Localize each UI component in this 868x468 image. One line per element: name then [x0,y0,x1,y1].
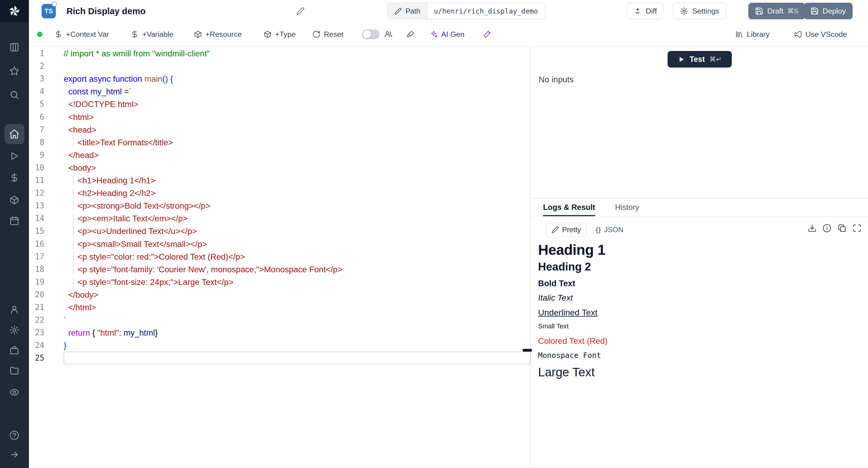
code-line[interactable]: </body> [64,288,530,301]
diff-icon [633,7,642,16]
code-line[interactable]: <p style="font-family: 'Courier New', mo… [64,263,530,275]
result-bold: Bold Text [538,278,861,289]
code-line[interactable] [64,60,530,72]
settings-gear-icon[interactable] [5,321,23,339]
rendered-result: Heading 1Heading 2Bold TextItalic TextUn… [531,240,868,381]
line-number: 20 [29,288,64,301]
info-icon[interactable] [823,224,831,233]
copy-icon[interactable] [838,224,846,233]
result-underline: Underlined Text [538,307,861,318]
indent-guide [73,175,73,186]
code-line[interactable]: return { "html": my_html} [64,326,530,339]
line-number: 17 [29,250,64,263]
library-button[interactable]: Library [735,22,770,47]
diff-button[interactable]: Diff [627,3,664,19]
dollar-icon [54,30,63,38]
no-inputs-label: No inputs [538,75,868,84]
columns-icon[interactable] [5,38,23,56]
code-line[interactable]: <p style="font-size: 24px;">Large Text</… [64,275,530,288]
dollar-icon[interactable] [5,169,23,187]
tab-logs-result[interactable]: Logs & Result [543,198,595,216]
ai-gen-button[interactable]: AI Gen [430,22,464,47]
code-line[interactable]: <title>Text Formats</title> [64,136,530,149]
toggle-off[interactable] [362,29,380,39]
eye-icon[interactable] [5,383,23,401]
pane-resize-handle[interactable] [523,349,532,352]
path-label: Path [388,3,427,19]
result-h2: Heading 2 [538,260,861,273]
code-editor[interactable]: 1234567891011121314151617181920212223242… [29,47,531,468]
pencil-icon [395,7,402,15]
format-brush-icon[interactable] [406,22,415,47]
code-line[interactable]: <h2>Heading 2</h2> [64,187,530,199]
search-icon[interactable] [5,86,23,104]
add-resource-button[interactable]: +Resource [194,22,242,47]
pretty-toggle-button[interactable]: Pretty [546,223,587,237]
code-line[interactable]: export async function main() { [64,72,530,85]
code-line[interactable]: </html> [64,301,530,314]
add-variable-button[interactable]: +Variable [130,22,173,47]
play-icon[interactable] [5,147,23,165]
json-toggle-button[interactable]: {} JSON [590,223,629,237]
indent-guide [73,188,73,198]
code-line[interactable]: </head> [64,149,530,161]
user-icon[interactable] [5,301,23,318]
line-number: 18 [29,263,64,275]
line-number: 6 [29,111,64,123]
code-line[interactable]: <html> [64,111,530,123]
code-line[interactable]: // import * as wmill from "windmill-clie… [64,47,530,60]
test-button[interactable]: Test⌘↵ [668,51,732,67]
header: TS Rich Display demo Path u/henri/rich_d… [29,0,868,22]
play-icon [678,56,685,63]
package-icon [194,30,202,38]
folder-icon[interactable] [5,362,23,380]
briefcase-icon[interactable] [5,342,23,359]
code-line[interactable]: <p><em>Italic Text</em></p> [64,212,530,225]
line-number: 15 [29,225,64,237]
collab-toggle[interactable] [362,22,380,47]
code-line[interactable]: <p><small>Small Text</small></p> [64,238,530,250]
settings-button[interactable]: Settings [673,3,726,19]
star-icon[interactable] [5,62,23,80]
edit-title-icon[interactable] [296,0,305,22]
draft-button[interactable]: Draft⌘S [748,3,805,19]
editor-code[interactable]: // import * as wmill from "windmill-clie… [64,47,530,468]
result-red: Colored Text (Red) [538,335,861,347]
code-line[interactable] [64,352,530,364]
users-icon[interactable] [384,22,393,47]
add-type-button[interactable]: +Type [264,22,296,47]
download-icon[interactable] [808,224,816,233]
reset-button[interactable]: Reset [312,22,343,47]
code-line[interactable]: <h1>Heading 1</h1> [64,174,530,187]
save-icon [755,7,764,16]
indent-guide [73,264,73,274]
sparkles-icon [430,30,438,38]
deploy-button[interactable]: Deploy [804,3,852,19]
dollar-icon [130,30,139,38]
path-field[interactable]: Path u/henri/rich_display_demo [388,3,546,19]
sidebar [0,0,29,468]
code-line[interactable]: <p style="color: red;">Colored Text (Red… [64,250,530,263]
code-line[interactable]: <p><u>Underlined Text</u></p> [64,225,530,237]
cube-icon[interactable] [5,191,23,209]
code-line[interactable]: <head> [64,123,530,136]
code-line[interactable]: } [64,339,530,352]
vscode-button[interactable]: Use VScode [794,22,847,47]
line-number: 16 [29,238,64,250]
tab-history[interactable]: History [615,198,639,216]
help-icon[interactable] [5,427,23,444]
calendar-icon[interactable] [5,212,23,230]
windmill-logo-icon[interactable] [0,0,29,22]
expand-icon[interactable] [852,224,861,233]
home-icon[interactable] [4,124,24,144]
code-line[interactable]: <p><strong>Bold Text</strong></p> [64,199,530,212]
path-input[interactable]: u/henri/rich_display_demo [427,3,545,19]
code-line[interactable]: ` [64,314,530,326]
code-line[interactable]: const my_html =` [64,85,530,98]
collapse-right-icon[interactable] [5,446,23,464]
code-line[interactable]: <body> [64,161,530,174]
magic-wand-icon[interactable] [483,22,491,47]
line-number: 21 [29,301,64,314]
add-context-var-button[interactable]: +Context Var [54,22,109,47]
code-line[interactable]: <!DOCTYPE html> [64,98,530,110]
